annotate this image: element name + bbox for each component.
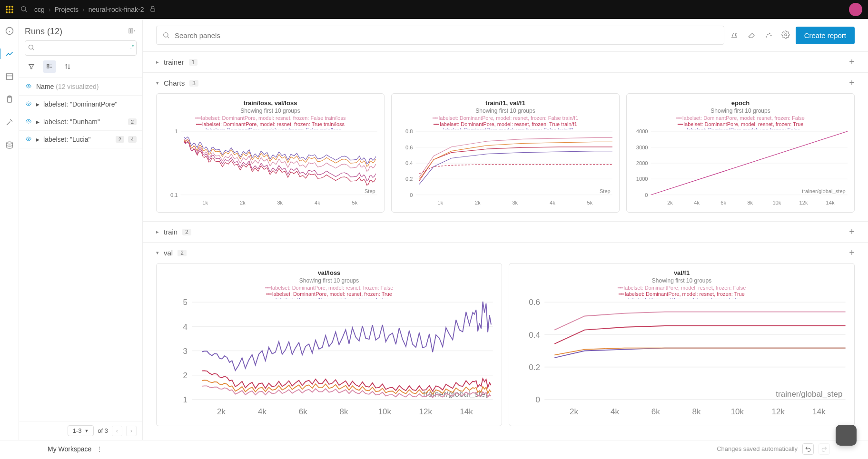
breadcrumb-item[interactable]: Projects bbox=[54, 6, 79, 13]
workspace-name[interactable]: My Workspace bbox=[48, 445, 91, 453]
search-icon bbox=[28, 44, 35, 52]
svg-point-23 bbox=[28, 138, 30, 140]
panel-search-input[interactable] bbox=[175, 31, 718, 39]
plus-icon[interactable]: + bbox=[849, 57, 855, 68]
undo-button[interactable] bbox=[802, 443, 814, 455]
filter-icon[interactable] bbox=[25, 60, 38, 73]
section-header[interactable]: ▾ Charts 3 + bbox=[143, 73, 868, 93]
table-tab-icon[interactable] bbox=[4, 71, 15, 82]
eye-icon[interactable] bbox=[25, 136, 32, 143]
more-vertical-icon[interactable]: ⋮ bbox=[96, 445, 103, 453]
lock-open-icon[interactable] bbox=[149, 6, 156, 14]
svg-text:3k: 3k bbox=[277, 200, 283, 205]
svg-text:5: 5 bbox=[183, 299, 187, 307]
chevron-right-icon[interactable]: ▸ bbox=[156, 229, 159, 235]
fx-icon[interactable] bbox=[730, 30, 739, 40]
chevron-right-icon[interactable]: ▸ bbox=[36, 118, 39, 126]
section-label: train bbox=[164, 228, 178, 236]
chart-panel[interactable]: val/loss Showing first 10 groups ━━ labe… bbox=[156, 263, 502, 426]
pager-of: of 3 bbox=[98, 427, 108, 434]
column-header-name[interactable]: Name (12 visualized) bbox=[19, 78, 142, 96]
plus-icon[interactable]: + bbox=[849, 247, 855, 258]
chevron-down-icon[interactable]: ▾ bbox=[156, 80, 159, 86]
svg-point-10 bbox=[7, 142, 12, 144]
svg-rect-2 bbox=[151, 9, 155, 11]
group-icon[interactable] bbox=[43, 60, 56, 73]
section-header[interactable]: ▾ val 2 + bbox=[143, 243, 868, 263]
pager-range[interactable]: 1-3 ▼ bbox=[68, 425, 94, 436]
svg-text:4k: 4k bbox=[315, 200, 320, 205]
group-row[interactable]: ▸ labelset: "DominantPore" bbox=[19, 96, 142, 113]
panel-title: val/loss bbox=[159, 266, 499, 276]
runs-search-input[interactable] bbox=[25, 40, 137, 56]
breadcrumb-item[interactable]: ccg bbox=[34, 6, 45, 13]
svg-text:2k: 2k bbox=[570, 407, 578, 416]
plus-icon[interactable]: + bbox=[849, 78, 855, 88]
columns-icon[interactable] bbox=[127, 27, 137, 36]
panel-legend: ━━ labelset: DominantPore, model: resnet… bbox=[512, 285, 851, 299]
pager-prev[interactable]: ‹ bbox=[112, 426, 122, 436]
info-icon[interactable] bbox=[4, 26, 15, 36]
scatter-icon[interactable] bbox=[764, 30, 773, 40]
svg-text:Step: Step bbox=[365, 188, 375, 194]
svg-text:3000: 3000 bbox=[636, 145, 648, 150]
charts-tab-icon[interactable] bbox=[0, 49, 18, 59]
group-row[interactable]: ▸ labelset: "Lucia" 24 bbox=[19, 131, 142, 148]
svg-text:6k: 6k bbox=[299, 407, 307, 416]
footer: My Workspace ⋮ Changes saved automatical… bbox=[0, 440, 868, 457]
svg-point-29 bbox=[769, 33, 770, 34]
chart-panel[interactable]: train/f1, val/f1 Showing first 10 groups… bbox=[391, 93, 620, 213]
chevron-right-icon[interactable]: ▸ bbox=[36, 100, 39, 108]
svg-text:0: 0 bbox=[410, 192, 413, 198]
save-hint: Changes saved automatically bbox=[717, 445, 798, 452]
svg-point-0 bbox=[21, 6, 26, 10]
plus-icon[interactable]: + bbox=[849, 226, 855, 237]
help-widget-icon[interactable] bbox=[836, 425, 857, 446]
breadcrumb-item[interactable]: neural-rock-finak-2 bbox=[89, 6, 144, 13]
redo-button[interactable] bbox=[819, 443, 830, 455]
panel-legend: ━━ labelset: DominantPore, model: resnet… bbox=[395, 115, 616, 129]
pager-next[interactable]: › bbox=[126, 426, 137, 436]
svg-text:0: 0 bbox=[535, 395, 540, 404]
panel-search[interactable] bbox=[156, 26, 724, 45]
svg-text:2k: 2k bbox=[217, 407, 226, 416]
eraser-icon[interactable] bbox=[747, 30, 756, 40]
svg-text:trainer/global_step: trainer/global_step bbox=[802, 188, 846, 194]
chart-panel[interactable]: epoch Showing first 10 groups ━━ labelse… bbox=[626, 93, 855, 213]
chevron-down-icon[interactable]: ▾ bbox=[156, 250, 159, 256]
eye-icon[interactable] bbox=[25, 100, 32, 108]
group-label: labelset: "Lucia" bbox=[43, 136, 112, 143]
svg-line-14 bbox=[32, 49, 34, 50]
pager: 1-3 ▼ of 3 ‹ › bbox=[19, 421, 142, 440]
section-label: trainer bbox=[164, 58, 184, 66]
eye-icon[interactable] bbox=[25, 83, 32, 90]
svg-text:14k: 14k bbox=[460, 407, 473, 416]
chart-panel[interactable]: val/f1 Showing first 10 groups ━━ labels… bbox=[509, 263, 855, 426]
gear-icon[interactable] bbox=[781, 30, 790, 40]
svg-text:12k: 12k bbox=[771, 407, 785, 416]
group-row[interactable]: ▸ labelset: "Dunham" 2 bbox=[19, 113, 142, 131]
brand-logo-icon[interactable] bbox=[6, 6, 13, 13]
clipboard-icon[interactable] bbox=[4, 94, 15, 105]
create-report-button[interactable]: Create report bbox=[796, 27, 855, 44]
runs-sidebar: Runs (12) .* Name (12 visualized) ▸ labe… bbox=[19, 19, 143, 440]
panel-title: epoch bbox=[630, 97, 851, 107]
chart-panel[interactable]: train/loss, val/loss Showing first 10 gr… bbox=[156, 93, 385, 213]
panel-legend: ━━ labelset: DominantPore, model: resnet… bbox=[159, 115, 381, 129]
avatar[interactable] bbox=[849, 3, 862, 16]
svg-text:10k: 10k bbox=[772, 200, 781, 205]
sort-icon[interactable] bbox=[61, 60, 74, 73]
sweep-icon[interactable] bbox=[4, 117, 15, 127]
section-header[interactable]: ▸ train 2 + bbox=[143, 222, 868, 242]
svg-point-24 bbox=[164, 33, 168, 37]
regex-icon[interactable]: .* bbox=[130, 44, 134, 49]
chevron-right-icon[interactable]: ▸ bbox=[156, 59, 159, 65]
svg-rect-11 bbox=[129, 29, 130, 33]
section-header[interactable]: ▸ trainer 1 + bbox=[143, 52, 868, 72]
search-icon[interactable] bbox=[20, 5, 28, 14]
svg-text:2k: 2k bbox=[240, 200, 246, 205]
database-icon[interactable] bbox=[4, 140, 15, 150]
breadcrumb: ccg › Projects › neural-rock-finak-2 bbox=[34, 6, 156, 14]
chevron-right-icon[interactable]: ▸ bbox=[36, 136, 39, 143]
eye-icon[interactable] bbox=[25, 118, 32, 126]
